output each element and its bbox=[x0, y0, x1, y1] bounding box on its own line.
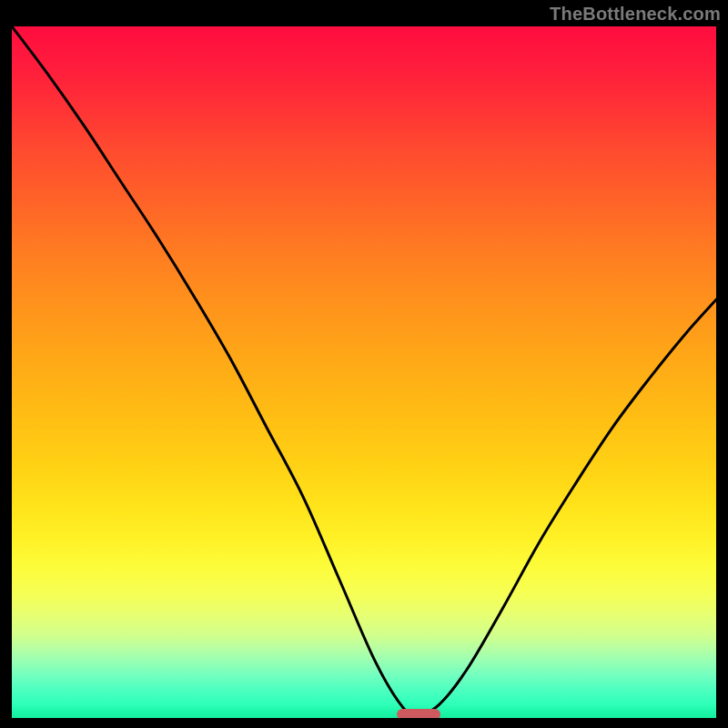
min-marker-pill bbox=[397, 709, 440, 718]
chart-frame: TheBottleneck.com bbox=[0, 0, 728, 728]
watermark-text: TheBottleneck.com bbox=[550, 4, 721, 25]
bottleneck-curve bbox=[12, 26, 716, 718]
plot-area bbox=[12, 26, 716, 718]
